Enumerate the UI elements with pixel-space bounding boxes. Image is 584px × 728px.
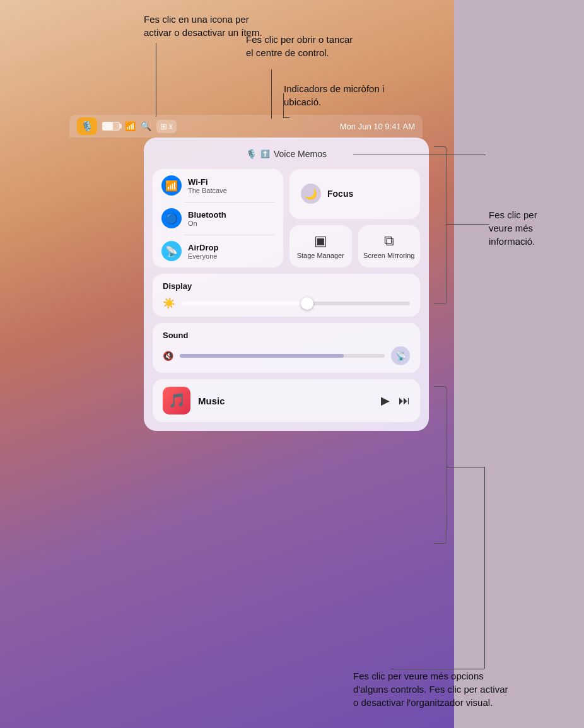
music-label: Music bbox=[198, 396, 373, 406]
ann-line-v-bottom bbox=[484, 467, 485, 669]
ann-line-to-right-bracket bbox=[447, 224, 489, 225]
bluetooth-toggle[interactable]: 🔵 Bluetooth On bbox=[153, 202, 283, 235]
stage-manager-icon: ▣ bbox=[314, 233, 327, 249]
stage-manager-button[interactable]: ▣ Stage Manager bbox=[289, 225, 352, 267]
stage-mirror-row: ▣ Stage Manager ⧉ Screen Mirroring bbox=[289, 225, 420, 267]
brightness-fill bbox=[182, 302, 307, 305]
brightness-icon: ☀️ bbox=[163, 297, 175, 309]
ann-line-vm bbox=[353, 155, 435, 155]
display-label: Display bbox=[163, 281, 410, 291]
airdrop-toggle[interactable]: 📡 AirDrop Everyone bbox=[153, 235, 283, 267]
annotation-more-info: Fes clic perveure mésinformació. bbox=[489, 208, 537, 248]
control-center-panel: 🎙️ ⬆️ Voice Memos 📶 Wi-Fi The Batcave 🔵 … bbox=[144, 138, 429, 431]
voice-memos-label: Voice Memos bbox=[274, 149, 327, 159]
airplay-button[interactable]: 📡 bbox=[391, 346, 410, 365]
mic-status-icon[interactable]: 🎙️ bbox=[77, 117, 97, 135]
right-bracket-top bbox=[434, 146, 447, 304]
music-app-icon: 🎵 bbox=[163, 387, 190, 414]
ann-line-vm2 bbox=[434, 155, 486, 155]
forward-button[interactable]: ⏭ bbox=[399, 394, 410, 408]
bluetooth-sub: On bbox=[188, 220, 226, 227]
annotation-control-center: Fes clic per obrir o tancarel centre de … bbox=[246, 33, 353, 59]
screen-mirroring-button[interactable]: ⧉ Screen Mirroring bbox=[358, 225, 421, 267]
annotation-line-icon-toggle bbox=[156, 43, 156, 117]
brightness-thumb[interactable] bbox=[301, 297, 313, 310]
annotation-line-h-indicators bbox=[283, 117, 289, 118]
sound-slider-row: 🔇 📡 bbox=[163, 346, 410, 365]
screen-mirroring-icon: ⧉ bbox=[384, 233, 394, 249]
menu-bar-time: Mon Jun 10 9:41 AM bbox=[340, 122, 415, 131]
annotation-more-options: Fes clic per veure més opcionsd'alguns c… bbox=[353, 669, 508, 709]
right-bracket-bottom bbox=[434, 386, 447, 544]
airdrop-text: AirDrop Everyone bbox=[188, 243, 218, 260]
display-section: Display ☀️ bbox=[153, 274, 420, 317]
airdrop-icon: 📡 bbox=[161, 241, 182, 261]
wifi-menu-icon[interactable]: 📶 bbox=[125, 121, 136, 131]
menu-bar: 🎙️ 📶 🔍 ⊞⊻ Mon Jun 10 9:41 AM bbox=[69, 115, 423, 138]
play-button[interactable]: ▶ bbox=[381, 394, 390, 408]
wifi-icon: 📶 bbox=[161, 175, 182, 196]
volume-slider[interactable] bbox=[180, 354, 385, 358]
volume-icon: 🔇 bbox=[163, 351, 173, 361]
wifi-toggle[interactable]: 📶 Wi-Fi The Batcave bbox=[153, 169, 283, 202]
annotation-line-cc bbox=[271, 69, 272, 119]
search-menu-icon[interactable]: 🔍 bbox=[141, 121, 151, 131]
focus-button[interactable]: 🌙 Focus bbox=[289, 169, 420, 219]
screen-mirroring-label: Screen Mirroring bbox=[363, 252, 414, 260]
display-slider-row: ☀️ bbox=[163, 297, 410, 309]
stage-manager-label: Stage Manager bbox=[297, 252, 344, 260]
airdrop-sub: Everyone bbox=[188, 252, 218, 260]
sound-section: Sound 🔇 📡 bbox=[153, 323, 420, 373]
voice-memos-mic-icon: 🎙️ bbox=[246, 149, 257, 159]
wifi-sub: The Batcave bbox=[188, 187, 227, 194]
wifi-name: Wi-Fi bbox=[188, 177, 227, 187]
connectivity-group: 📶 Wi-Fi The Batcave 🔵 Bluetooth On 📡 Air… bbox=[153, 169, 283, 267]
right-controls-group: 🌙 Focus ▣ Stage Manager ⧉ Screen Mirrori… bbox=[289, 169, 420, 267]
sound-label: Sound bbox=[163, 331, 410, 340]
bluetooth-icon: 🔵 bbox=[161, 208, 182, 228]
bluetooth-text: Bluetooth On bbox=[188, 210, 226, 227]
top-controls-row: 📶 Wi-Fi The Batcave 🔵 Bluetooth On 📡 Air… bbox=[153, 169, 420, 267]
battery-icon bbox=[102, 122, 120, 131]
focus-moon-icon: 🌙 bbox=[301, 184, 321, 204]
volume-fill bbox=[180, 354, 344, 358]
annotation-indicators: Indicadors de micròfon i ubicació. bbox=[284, 82, 410, 109]
wifi-text: Wi-Fi The Batcave bbox=[188, 177, 227, 194]
brightness-slider[interactable] bbox=[182, 302, 410, 305]
focus-label: Focus bbox=[327, 189, 353, 199]
bluetooth-name: Bluetooth bbox=[188, 210, 226, 220]
control-center-button[interactable]: ⊞⊻ bbox=[156, 120, 177, 133]
ann-line-h-bottom bbox=[447, 467, 484, 467]
airdrop-name: AirDrop bbox=[188, 243, 218, 252]
music-controls: ▶ ⏭ bbox=[381, 394, 410, 408]
voice-memos-location-icon: ⬆️ bbox=[260, 150, 270, 158]
ann-line-h-bottom2 bbox=[391, 669, 484, 669]
annotation-line-indicators bbox=[283, 93, 284, 117]
music-section: 🎵 Music ▶ ⏭ bbox=[153, 379, 420, 422]
